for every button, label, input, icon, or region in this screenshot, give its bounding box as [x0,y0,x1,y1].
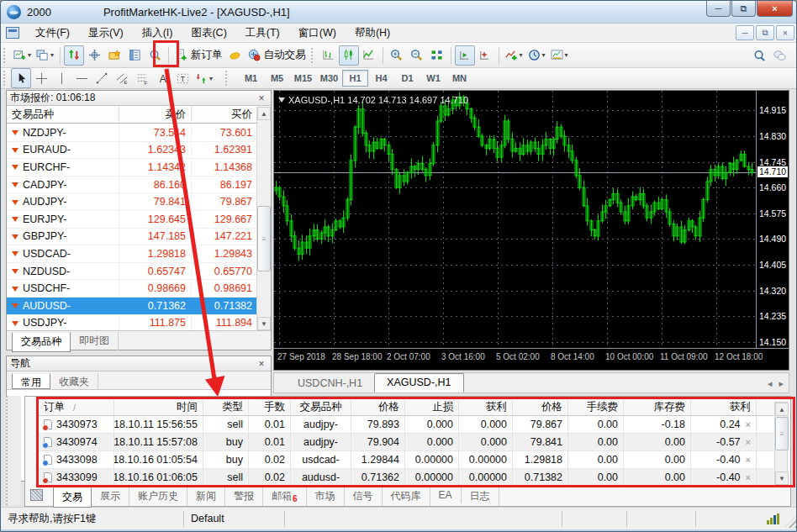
new-chart-button[interactable]: ▾ [11,45,34,66]
navigator-tab[interactable]: 常用 [12,373,50,389]
market-watch-scrollbar[interactable]: ▲ ≡ ▼ [256,107,271,330]
scroll-down-icon[interactable]: ▼ [257,317,271,330]
terminal-tab-信号[interactable]: 信号 [345,487,383,506]
market-watch-row[interactable]: NZDUSD-0.657470.65770 [7,263,257,281]
chat-button[interactable] [769,45,789,66]
menu-i[interactable]: 插入(I) [133,24,182,43]
scroll-right-icon[interactable]: ▸ [779,378,784,389]
market-watch-row[interactable]: CADJPY-86.16086.197 [7,176,257,194]
terminal-tab-交易[interactable]: 交易 [53,487,92,508]
menu-w[interactable]: 窗口(W) [289,24,346,43]
crosshair-button[interactable] [31,68,51,88]
mql5-button[interactable] [225,45,245,66]
fibonacci-button[interactable]: F [132,68,152,88]
column-header[interactable]: 卖价 [119,106,192,123]
market-watch-row[interactable]: USDCAD-1.298181.29843 [7,245,257,263]
close-order-icon[interactable]: × [746,472,751,482]
terminal-tab-代码库[interactable]: 代码库 [383,487,430,506]
restore-button[interactable]: ⧉ [731,1,756,17]
scrollbar-thumb[interactable]: ≡ [775,417,789,450]
orders-column-header[interactable]: 获利 [459,399,513,415]
orders-column-header[interactable]: 止损 [405,399,459,415]
mdi-close-button[interactable]: × [776,25,794,40]
minimize-button[interactable]: ─ [706,1,731,17]
market-watch-row[interactable]: USDCHF-0.986690.98691 [7,280,257,298]
horizontal-line-button[interactable] [71,68,92,88]
auto-scroll-button[interactable] [455,45,475,66]
label-button[interactable]: T [172,68,193,88]
timeframe-m1-button[interactable]: M1 [238,70,264,87]
orders-column-header[interactable]: 价格 [513,399,568,415]
close-order-icon[interactable]: × [746,419,751,429]
menu-v[interactable]: 显示(V) [79,24,133,43]
line-chart-button[interactable] [359,45,379,66]
chart-plot[interactable]: XAGUSD-,H1 14.702 14.713 14.697 14.710 [274,91,756,348]
menu-f[interactable]: 文件(F) [26,24,79,43]
cursor-button[interactable] [11,68,31,88]
timeframe-h4-button[interactable]: H4 [368,70,394,87]
scrollbar-thumb[interactable]: ≡ [257,206,271,271]
order-row[interactable]: 34309732018.10.11 15:56:55sell0.01audjpy… [39,416,773,434]
mdi-restore-button[interactable]: ⧉ [756,25,774,40]
orders-column-header[interactable]: 价格 [351,399,405,415]
toolbar-grip[interactable] [3,48,8,63]
toolbar-grip[interactable] [311,48,315,63]
market-watch-button[interactable] [64,45,84,66]
chart-tab[interactable]: XAGUSD-,H1 [374,373,463,392]
terminal-tab-账户历史[interactable]: 账户历史 [129,487,187,506]
menu-c[interactable]: 图表(C) [182,24,235,43]
toolbar-grip[interactable] [225,71,230,86]
timeframe-w1-button[interactable]: W1 [420,70,446,87]
timeframe-m5-button[interactable]: M5 [264,70,290,87]
market-watch-row[interactable]: AUDUSD-0.713620.71382 [7,298,257,315]
orders-column-header[interactable]: 订单 / [39,399,114,415]
market-watch-tab[interactable]: 即时图 [71,332,119,350]
order-row[interactable]: 34330982018.10.16 01:05:54buy0.02usdcad-… [39,451,773,469]
timeframe-h1-button[interactable]: H1 [342,70,368,87]
terminal-tab-日志[interactable]: 日志 [462,487,499,506]
search-button[interactable] [749,45,769,66]
market-watch-row[interactable]: EURCHF-1.143421.14368 [7,159,257,176]
market-watch-row[interactable]: AUDJPY-79.84179.867 [7,193,257,211]
auto-trading-button[interactable]: 自动交易 [245,45,309,66]
scroll-left-icon[interactable]: ◂ [768,378,773,389]
vertical-line-button[interactable] [51,68,71,88]
tile-windows-button[interactable] [427,45,447,66]
orders-column-header[interactable]: 类型 [203,399,249,415]
close-order-icon[interactable]: × [746,437,751,447]
chart-shift-button[interactable] [475,45,495,66]
orders-column-header[interactable]: 时间 [114,399,203,415]
terminal-tab-新闻[interactable]: 新闻 [187,487,225,506]
scroll-up-icon[interactable]: ▲ [775,403,789,416]
close-icon[interactable]: × [256,92,267,104]
orders-column-header[interactable]: 手续费 [568,399,624,415]
close-order-icon[interactable]: × [746,455,751,465]
terminal-button[interactable] [124,45,145,66]
terminal-tab-警报[interactable]: 警报 [225,487,263,506]
market-watch-tab[interactable]: 交易品种 [12,332,71,352]
price-chart-canvas[interactable] [274,91,756,348]
market-watch-row[interactable]: EURJPY-129.645129.667 [7,211,257,229]
market-watch-row[interactable]: EURAUD-1.623431.62391 [7,142,257,160]
chart-tab[interactable]: USDCNH-,H1 [286,375,374,392]
order-row[interactable]: 34309742018.10.11 15:57:08buy0.01audjpy-… [39,434,773,451]
price-scale[interactable]: 14.91514.83014.74514.66014.57514.49014.4… [756,91,789,348]
scroll-up-icon[interactable]: ▲ [257,107,271,120]
terminal-tab-ea[interactable]: EA [430,487,462,503]
close-icon[interactable]: × [256,358,267,370]
terminal-tab-市场[interactable]: 市场 [307,487,345,506]
timeframe-mn-button[interactable]: MN [446,70,472,87]
terminal-grip[interactable] [6,396,21,505]
status-profile[interactable]: Default [184,511,285,527]
mdi-minimize-button[interactable]: ─ [736,25,754,40]
text-button[interactable]: A [152,68,172,88]
order-row[interactable]: 34330992018.10.16 01:06:05sell0.02audusd… [39,469,773,487]
candlestick-chart-button[interactable] [339,45,359,66]
strategy-tester-button[interactable] [145,45,165,66]
close-button[interactable]: × [757,1,793,17]
zoom-out-button[interactable] [407,45,427,66]
market-watch-row[interactable]: NZDJPY-73.54473.601 [7,124,257,142]
templates-button[interactable]: ▾ [548,45,571,66]
orders-column-header[interactable]: 手数 [249,399,291,415]
scroll-down-icon[interactable]: ▼ [775,471,789,485]
